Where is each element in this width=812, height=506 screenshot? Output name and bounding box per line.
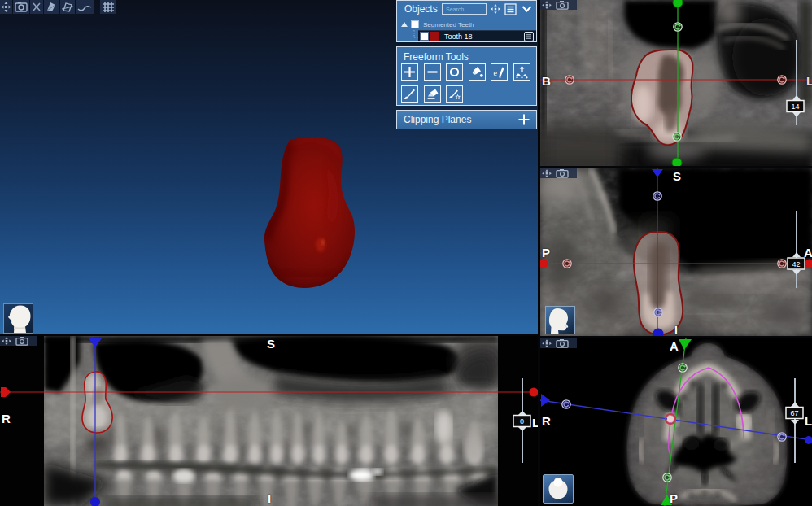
svg-text:67: 67 [790,409,798,417]
svg-text:14: 14 [791,103,799,111]
svg-text:0: 0 [520,417,524,425]
svg-text:e: e [494,68,498,77]
svg-text:42: 42 [792,260,800,268]
